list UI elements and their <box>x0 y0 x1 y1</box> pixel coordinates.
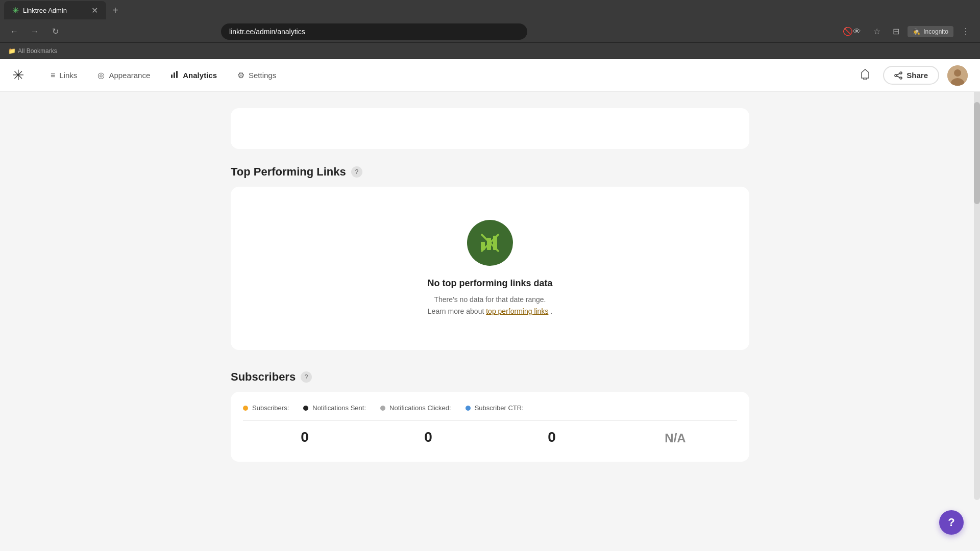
nav-link-settings[interactable]: ⚙ Settings <box>227 66 286 84</box>
nav-link-links[interactable]: ≡ Links <box>40 67 87 84</box>
app-logo[interactable]: ✳ <box>12 67 24 84</box>
top-performing-section: Top Performing Links ? No top performin <box>231 165 749 350</box>
svg-point-4 <box>895 74 897 77</box>
subscribers-section: Subscribers ? Subscribers: Notifications… <box>231 370 749 462</box>
subscriber-ctr-display: N/A <box>665 431 685 445</box>
tab-title: Linktree Admin <box>23 7 67 14</box>
empty-desc-date-range: There's no data for that date range. <box>434 295 546 304</box>
share-button[interactable]: Share <box>883 66 939 85</box>
star-icon[interactable]: ☆ <box>869 24 885 38</box>
subscribers-title: Subscribers <box>231 370 296 384</box>
settings-icon: ⚙ <box>237 70 244 80</box>
active-browser-tab[interactable]: ✳ Linktree Admin ✕ <box>4 1 106 19</box>
share-label: Share <box>906 71 928 80</box>
settings-label: Settings <box>249 71 276 80</box>
notification-button[interactable] <box>855 64 875 86</box>
subscribers-value: 0 <box>301 429 309 445</box>
svg-rect-2 <box>176 71 178 78</box>
legend-notifications-sent: Notifications Sent: <box>303 404 366 412</box>
subscribers-card: Subscribers: Notifications Sent: Notific… <box>231 392 749 462</box>
notifications-sent-value: 0 <box>424 429 432 445</box>
top-performing-links-link[interactable]: top performing links <box>486 307 548 315</box>
browser-controls: ← → ↻ 🚫👁 ☆ ⊟ 🕵 Incognito ⋮ <box>0 20 980 43</box>
browser-back-button[interactable]: ← <box>6 23 22 40</box>
nav-right-section: Share <box>855 64 968 86</box>
subscriber-ctr-legend-label: Subscriber CTR: <box>475 404 524 412</box>
user-avatar[interactable] <box>947 65 968 86</box>
tab-favicon-icon: ✳ <box>12 6 19 15</box>
svg-line-7 <box>897 76 900 78</box>
notifications-clicked-count: 0 <box>490 425 614 449</box>
top-performing-title: Top Performing Links <box>231 165 346 179</box>
help-fab-button[interactable]: ? <box>939 510 964 535</box>
no-data-icon <box>467 220 513 266</box>
empty-desc-learn: Learn more about <box>428 307 486 315</box>
top-performing-header: Top Performing Links ? <box>231 165 749 179</box>
eye-off-icon[interactable]: 🚫👁 <box>839 24 865 38</box>
top-navigation: ✳ ≡ Links ◎ Appearance Analytics <box>0 59 980 92</box>
subscribers-legend-label: Subscribers: <box>252 404 289 412</box>
appearance-icon: ◎ <box>97 70 105 80</box>
main-content: Top Performing Links ? No top performin <box>214 108 766 462</box>
incognito-icon: 🕵 <box>913 28 920 35</box>
empty-desc-period: . <box>550 307 552 315</box>
links-label: Links <box>59 71 77 80</box>
tab-close-button[interactable]: ✕ <box>91 6 98 15</box>
legend-subscribers: Subscribers: <box>243 404 289 412</box>
top-performing-help-icon[interactable]: ? <box>351 166 362 178</box>
appearance-label: Appearance <box>109 71 150 80</box>
folder-icon: 📁 <box>8 47 16 55</box>
browser-actions: 🚫👁 ☆ ⊟ 🕵 Incognito ⋮ <box>839 24 974 38</box>
bookmarks-label[interactable]: 📁 All Bookmarks <box>8 47 57 55</box>
svg-point-5 <box>900 77 902 79</box>
chart-placeholder <box>231 108 749 149</box>
notifications-clicked-legend-label: Notifications Clicked: <box>389 404 451 412</box>
scrollbar[interactable] <box>974 61 980 500</box>
empty-title: No top performing links data <box>427 278 552 289</box>
notifications-clicked-dot <box>380 406 385 411</box>
browser-refresh-button[interactable]: ↻ <box>47 23 63 40</box>
subscriber-ctr-dot <box>465 406 471 411</box>
incognito-badge: 🕵 Incognito <box>908 26 953 37</box>
analytics-label: Analytics <box>183 71 217 80</box>
svg-rect-1 <box>174 72 175 78</box>
svg-rect-0 <box>171 74 173 78</box>
subscribers-legend: Subscribers: Notifications Sent: Notific… <box>243 404 737 412</box>
links-icon: ≡ <box>51 71 55 80</box>
browser-menu-button[interactable]: ⋮ <box>958 24 974 38</box>
legend-subscriber-ctr: Subscriber CTR: <box>465 404 524 412</box>
subscribers-stats: 0 0 0 N/A <box>243 420 737 449</box>
browser-tabs-bar: ✳ Linktree Admin ✕ + <box>0 0 980 20</box>
split-screen-icon[interactable]: ⊟ <box>889 24 903 38</box>
analytics-icon <box>170 70 179 81</box>
svg-line-6 <box>897 73 900 75</box>
app-container: ✳ ≡ Links ◎ Appearance Analytics <box>0 59 980 549</box>
subscribers-header: Subscribers ? <box>231 370 749 384</box>
notifications-sent-count: 0 <box>366 425 490 449</box>
scrollbar-thumb[interactable] <box>974 102 980 204</box>
address-bar-input[interactable] <box>221 23 527 40</box>
subscriber-ctr-value: N/A <box>614 427 737 449</box>
top-performing-empty-card: No top performing links data There's no … <box>231 187 749 350</box>
nav-links: ≡ Links ◎ Appearance Analytics ⚙ <box>40 66 855 85</box>
browser-forward-button[interactable]: → <box>27 23 43 40</box>
empty-description: There's no data for that date range. Lea… <box>428 294 552 317</box>
notifications-sent-dot <box>303 406 308 411</box>
svg-point-3 <box>900 72 902 74</box>
legend-notifications-clicked: Notifications Clicked: <box>380 404 451 412</box>
subscribers-dot <box>243 406 248 411</box>
subscribers-count: 0 <box>243 425 366 449</box>
svg-point-9 <box>954 69 961 77</box>
notifications-sent-legend-label: Notifications Sent: <box>312 404 366 412</box>
bookmarks-bar: 📁 All Bookmarks <box>0 43 980 59</box>
nav-link-analytics[interactable]: Analytics <box>160 66 227 85</box>
incognito-label: Incognito <box>923 28 948 35</box>
subscribers-help-icon[interactable]: ? <box>301 371 312 383</box>
nav-link-appearance[interactable]: ◎ Appearance <box>87 66 160 84</box>
notifications-clicked-value: 0 <box>548 429 556 445</box>
new-tab-button[interactable]: + <box>108 3 122 18</box>
